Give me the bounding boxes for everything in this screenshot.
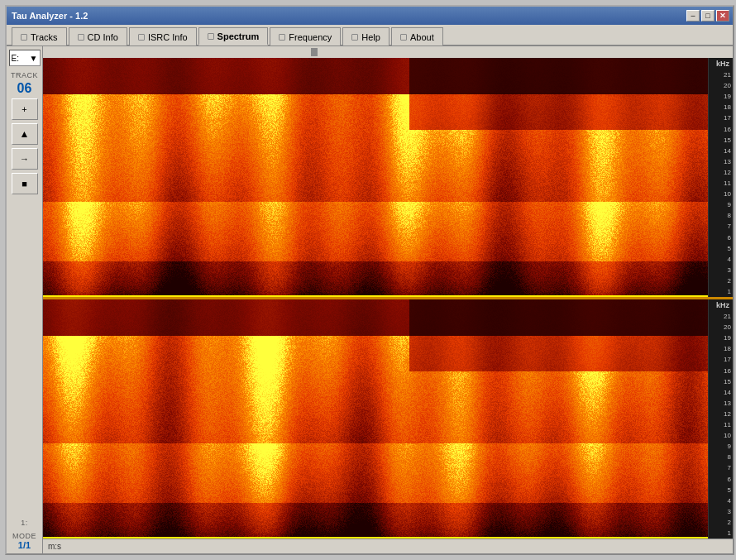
- y-label-20-bottom: 20: [724, 324, 731, 331]
- spectrogram-bottom-canvas: [43, 299, 708, 538]
- y-label-19-bottom: 19: [724, 335, 731, 342]
- tab-indicator-isrc-info: [138, 34, 145, 41]
- y-label-16-top: 16: [724, 127, 731, 133]
- y-label-3-top: 3: [728, 267, 731, 274]
- eject-button[interactable]: ▲: [12, 123, 38, 145]
- khz-label-bottom: kHz: [716, 301, 731, 309]
- mode-label: MODE: [12, 532, 36, 540]
- y-label-5-top: 5: [728, 246, 731, 252]
- y-label-21-top: 21: [724, 72, 731, 79]
- tab-indicator-tracks: [21, 34, 27, 41]
- y-label-18-bottom: 18: [724, 346, 731, 352]
- maximize-button[interactable]: □: [701, 10, 714, 22]
- y-label-18-top: 18: [724, 104, 731, 111]
- tab-indicator-cd-info: [78, 34, 84, 41]
- tab-frequency[interactable]: Frequency: [270, 27, 341, 45]
- y-label-10-top: 10: [724, 191, 731, 198]
- y-label-10-bottom: 10: [724, 433, 731, 439]
- tab-isrc-info[interactable]: ISRC Info: [129, 27, 197, 45]
- y-label-3-bottom: 3: [728, 509, 731, 515]
- y-label-2-bottom: 2: [728, 519, 731, 526]
- tab-indicator-about: [400, 34, 407, 41]
- y-label-8-top: 8: [728, 213, 731, 219]
- spectrogram-panels: kHz 21 20 19 18 17 16 15 14 13 12 11 10 …: [43, 58, 733, 538]
- y-label-5-bottom: 5: [728, 487, 731, 494]
- tab-cd-info[interactable]: CD Info: [69, 27, 127, 45]
- mode-value: 1/1: [12, 540, 36, 550]
- y-label-8-bottom: 8: [728, 454, 731, 461]
- close-button[interactable]: ✕: [716, 10, 729, 22]
- tab-spectrum[interactable]: Spectrum: [198, 27, 269, 45]
- y-label-7-top: 7: [728, 223, 731, 230]
- spectrogram-bottom: kHz 21 20 19 18 17 16 15 14 13 12 11 10 …: [43, 297, 733, 538]
- plus-button[interactable]: +: [12, 98, 38, 120]
- bottom-bar: m:s: [43, 538, 733, 553]
- y-label-21-bottom: 21: [724, 314, 731, 320]
- y-label-1-bottom: 1: [728, 530, 731, 537]
- y-label-20-top: 20: [724, 83, 731, 89]
- y-label-15-bottom: 15: [724, 379, 731, 385]
- y-label-16-bottom: 16: [724, 368, 731, 375]
- spectrum-container: kHz 21 20 19 18 17 16 15 14 13 12 11 10 …: [43, 46, 733, 553]
- y-label-19-top: 19: [724, 93, 731, 100]
- spectrum-top-area: [43, 46, 733, 58]
- y-label-14-top: 14: [724, 148, 731, 155]
- y-label-4-top: 4: [728, 256, 731, 263]
- spectrogram-canvas-bottom: [43, 299, 708, 538]
- y-label-12-top: 12: [724, 170, 731, 176]
- track-number: 06: [17, 81, 32, 96]
- window-title: Tau Analyzer - 1.2: [10, 11, 88, 21]
- y-axis-top: kHz 21 20 19 18 17 16 15 14 13 12 11 10 …: [708, 58, 733, 297]
- stop-button[interactable]: ■: [12, 173, 38, 194]
- y-axis-bottom: kHz 21 20 19 18 17 16 15 14 13 12 11 10 …: [708, 299, 733, 538]
- tab-indicator-frequency: [279, 34, 285, 41]
- window-controls: – □ ✕: [686, 10, 729, 22]
- y-label-14-bottom: 14: [724, 390, 731, 396]
- sidebar: E: ▼ TRACK 06 + ▲ → ■ 1: MODE 1/1: [7, 46, 43, 553]
- y-label-17-top: 17: [724, 115, 731, 122]
- y-label-17-bottom: 17: [724, 357, 731, 363]
- y-label-2-top: 2: [728, 278, 731, 285]
- y-label-4-bottom: 4: [728, 498, 731, 505]
- tab-indicator-spectrum: [208, 33, 214, 40]
- y-label-11-bottom: 11: [724, 422, 731, 428]
- spectrogram-canvas-top: [43, 58, 708, 297]
- time-label: m:s: [48, 542, 61, 551]
- tab-indicator-help: [351, 34, 358, 41]
- y-label-11-top: 11: [724, 180, 731, 187]
- tab-bar: Tracks CD Info ISRC Info Spectrum Freque…: [7, 25, 733, 46]
- khz-label-top: kHz: [716, 60, 731, 68]
- next-button[interactable]: →: [12, 148, 38, 170]
- mode-num: 1:: [12, 519, 36, 527]
- y-label-9-top: 9: [728, 202, 731, 208]
- spectrogram-top-canvas: [43, 58, 708, 297]
- spectrogram-top: kHz 21 20 19 18 17 16 15 14 13 12 11 10 …: [43, 58, 733, 297]
- title-bar: Tau Analyzer - 1.2 – □ ✕: [7, 7, 733, 25]
- minimize-button[interactable]: –: [686, 10, 700, 22]
- position-indicator[interactable]: [311, 48, 318, 56]
- y-label-6-top: 6: [728, 235, 731, 242]
- track-label: TRACK: [11, 71, 38, 79]
- drive-selector[interactable]: E: ▼: [9, 50, 41, 66]
- main-content: E: ▼ TRACK 06 + ▲ → ■ 1: MODE 1/1: [7, 46, 733, 553]
- y-label-1-top: 1: [728, 289, 731, 295]
- tab-help[interactable]: Help: [342, 27, 390, 45]
- y-label-13-top: 13: [724, 159, 731, 165]
- y-label-7-bottom: 7: [728, 465, 731, 471]
- y-label-13-bottom: 13: [724, 400, 731, 407]
- tab-about[interactable]: About: [391, 27, 443, 45]
- y-label-6-bottom: 6: [728, 476, 731, 483]
- y-label-12-bottom: 12: [724, 411, 731, 418]
- mode-section: 1: MODE 1/1: [12, 514, 36, 550]
- y-label-9-bottom: 9: [728, 443, 731, 450]
- y-label-15-top: 15: [724, 137, 731, 144]
- tab-tracks[interactable]: Tracks: [12, 27, 67, 45]
